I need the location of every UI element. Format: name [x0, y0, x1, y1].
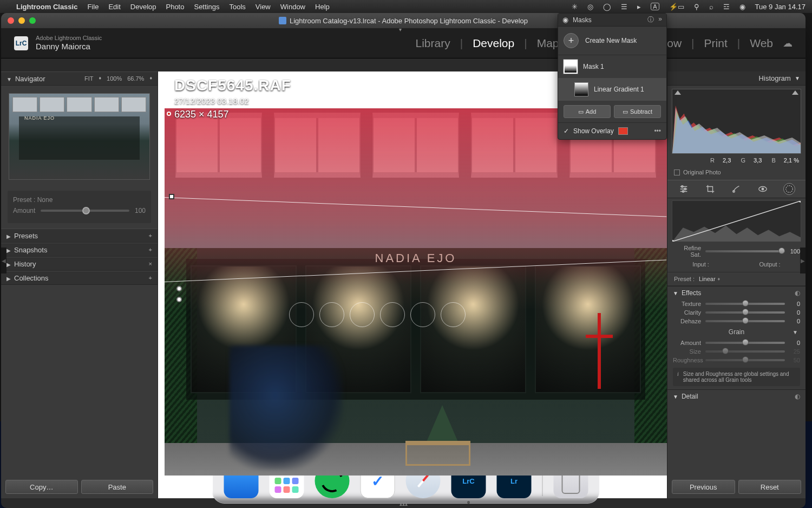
- masks-title: Masks: [573, 16, 592, 24]
- play-menubar-icon[interactable]: ▸: [637, 3, 641, 11]
- menu-settings[interactable]: Settings: [194, 3, 219, 11]
- disclosure-icon: ▼: [6, 76, 12, 82]
- svg-point-9: [799, 201, 801, 203]
- battery-menubar-icon[interactable]: ⚡▭: [669, 3, 684, 11]
- masks-info-icon[interactable]: ⓘ: [647, 15, 654, 24]
- panel-collections[interactable]: ▶Collections+: [1, 271, 158, 285]
- histogram-header[interactable]: Histogram ▼: [667, 71, 806, 86]
- create-mask-row[interactable]: + Create New Mask: [558, 27, 666, 55]
- mask-pin[interactable]: [167, 112, 171, 116]
- gradient-handle[interactable]: [169, 194, 174, 199]
- point-curve[interactable]: [672, 200, 801, 242]
- menu-edit[interactable]: Edit: [108, 3, 120, 11]
- crop-icon[interactable]: [704, 183, 716, 195]
- app-menu[interactable]: Lightroom Classic: [16, 3, 77, 11]
- menu-window[interactable]: Window: [280, 3, 305, 11]
- preset-amount-slider[interactable]: [41, 210, 129, 212]
- overlay-datetime: 27/12/2023 03.18.02: [174, 96, 291, 106]
- cc-menubar-icon[interactable]: ◯: [603, 3, 611, 11]
- overlay-dimensions: 6235 × 4157: [174, 109, 291, 120]
- refine-sat-slider[interactable]: [705, 250, 785, 252]
- slider-texture[interactable]: [705, 303, 785, 305]
- edit-sliders-icon[interactable]: [678, 183, 690, 195]
- gradient-dot-1[interactable]: [176, 286, 182, 291]
- top-panel-grip[interactable]: ▾: [399, 27, 408, 30]
- previous-button[interactable]: Previous: [672, 480, 735, 494]
- mask-component-linear-gradient[interactable]: Linear Gradient 1: [558, 78, 666, 101]
- module-library[interactable]: Library: [415, 37, 450, 50]
- histogram[interactable]: [672, 89, 801, 154]
- overlay-checkbox[interactable]: ✓: [564, 127, 569, 135]
- navigator-header[interactable]: ▼Navigator FIT♦ 100% 66.7%♦: [1, 71, 158, 86]
- nbc-menubar-icon[interactable]: ✳︎: [572, 3, 578, 11]
- mask-thumbnail: [564, 60, 578, 74]
- add-preset-icon[interactable]: +: [149, 232, 152, 239]
- menu-develop[interactable]: Develop: [130, 3, 156, 11]
- slider-amount[interactable]: [705, 342, 785, 344]
- original-photo-toggle[interactable]: Original Photo: [667, 167, 806, 180]
- grain-disclosure-icon[interactable]: ▼: [793, 329, 798, 335]
- module-develop[interactable]: Develop: [473, 37, 514, 50]
- menu-view[interactable]: View: [256, 3, 271, 11]
- eye-menubar-icon[interactable]: ◎: [587, 3, 593, 11]
- masks-collapse-icon[interactable]: »: [658, 15, 662, 24]
- module-print[interactable]: Print: [704, 37, 728, 50]
- slider-dehaze[interactable]: [705, 320, 785, 322]
- stacks-menubar-icon[interactable]: ☰: [621, 3, 627, 11]
- zoom-66[interactable]: 66.7%: [127, 75, 144, 82]
- reset-button[interactable]: Reset: [738, 480, 802, 494]
- zoom-100[interactable]: 100%: [107, 75, 122, 82]
- spotlight-icon[interactable]: ⌕: [709, 3, 713, 11]
- create-mask-label: Create New Mask: [585, 37, 637, 44]
- masks-panel[interactable]: ◉ Masks ⓘ» + Create New Mask Mask 1 Line…: [558, 13, 667, 140]
- effects-title[interactable]: Effects: [682, 289, 701, 297]
- siri-icon[interactable]: ◉: [739, 3, 745, 11]
- menu-photo[interactable]: Photo: [166, 3, 184, 11]
- photo-preview[interactable]: NADIA EJO: [165, 108, 667, 476]
- section-visibility-icon[interactable]: ◐: [795, 289, 800, 297]
- macos-menubar[interactable]: Lightroom Classic File Edit Develop Phot…: [0, 0, 812, 13]
- gradient-dot-2[interactable]: [176, 297, 182, 302]
- overlay-color-swatch[interactable]: [618, 127, 628, 135]
- module-web[interactable]: Web: [750, 37, 773, 50]
- overlay-options-icon[interactable]: •••: [654, 127, 661, 135]
- mask-subtract-button[interactable]: ▭Subtract: [614, 105, 661, 118]
- grain-info: iSize and Roughness are global settings …: [673, 368, 800, 386]
- user-name: Danny Maiorca: [36, 42, 102, 51]
- panel-history[interactable]: ▶History×: [1, 257, 158, 271]
- left-panel-collapse[interactable]: ◀: [1, 248, 6, 273]
- panel-presets[interactable]: ▶Presets+: [1, 229, 158, 243]
- control-center-icon[interactable]: ☲: [723, 3, 730, 11]
- menu-tools[interactable]: Tools: [229, 3, 245, 11]
- menu-help[interactable]: Help: [315, 3, 330, 11]
- add-mask-icon[interactable]: +: [564, 33, 579, 48]
- zoom-fit[interactable]: FIT: [84, 75, 94, 82]
- mask-tool-icon[interactable]: [783, 183, 795, 195]
- module-map[interactable]: Map: [537, 37, 559, 50]
- right-panel-collapse[interactable]: ▶: [800, 248, 806, 273]
- wifi-menubar-icon[interactable]: ⚲: [694, 3, 699, 11]
- copy-button[interactable]: Copy…: [5, 480, 78, 494]
- a-menubar-icon[interactable]: A: [651, 3, 659, 10]
- add-snapshot-icon[interactable]: +: [149, 246, 152, 253]
- masks-visibility-icon[interactable]: ◉: [562, 16, 568, 24]
- paste-button[interactable]: Paste: [81, 480, 154, 494]
- heal-brush-icon[interactable]: [730, 183, 742, 195]
- slider-clarity[interactable]: [705, 311, 785, 314]
- mask-item-1[interactable]: Mask 1: [558, 55, 666, 78]
- clear-history-icon[interactable]: ×: [149, 260, 152, 267]
- section-visibility-icon[interactable]: ◐: [795, 393, 800, 400]
- info-overlay: DSCF5645.RAF 27/12/2023 03.18.02 6235 × …: [174, 77, 291, 120]
- menu-file[interactable]: File: [87, 3, 99, 11]
- checkbox-icon[interactable]: [674, 170, 680, 175]
- cloud-sync-icon[interactable]: ☁: [783, 37, 793, 49]
- detail-section-header[interactable]: ▼Detail◐: [667, 390, 806, 403]
- mask-add-button[interactable]: ▭Add: [564, 105, 611, 118]
- navigator-thumbnail[interactable]: NADIA EJO: [9, 93, 150, 180]
- curve-preset-value[interactable]: Linear: [699, 276, 716, 282]
- panel-snapshots[interactable]: ▶Snapshots+: [1, 243, 158, 257]
- redeye-icon[interactable]: [757, 183, 769, 195]
- menubar-clock[interactable]: Tue 9 Jan 14.17: [755, 3, 806, 11]
- window-titlebar[interactable]: Lightroom Catalog-v13.lrcat - Adobe Phot…: [1, 13, 806, 28]
- add-collection-icon[interactable]: +: [149, 275, 152, 281]
